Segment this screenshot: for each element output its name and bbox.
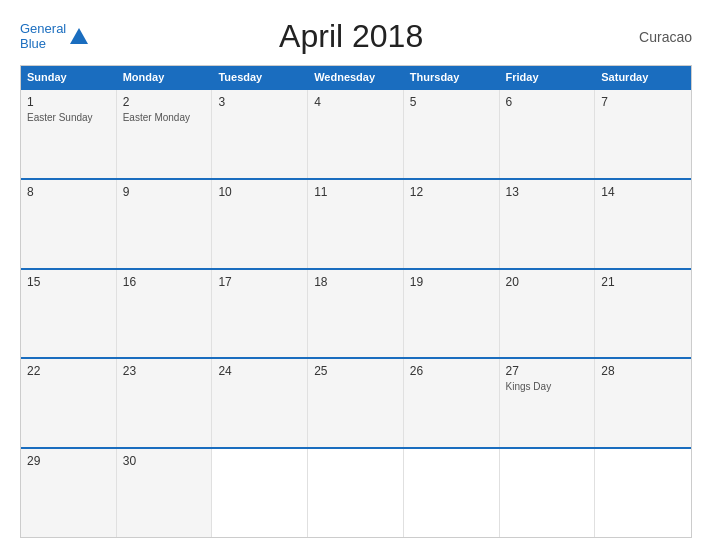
day-number: 26: [410, 364, 493, 378]
day-number: 18: [314, 275, 397, 289]
cell-w2-d0: 8: [21, 180, 117, 268]
day-number: 21: [601, 275, 685, 289]
svg-marker-0: [70, 28, 88, 44]
header-monday: Monday: [117, 66, 213, 88]
day-number: 19: [410, 275, 493, 289]
cell-w4-d5: 27Kings Day: [500, 359, 596, 447]
holiday-label: Easter Monday: [123, 111, 206, 124]
header-wednesday: Wednesday: [308, 66, 404, 88]
week-5: 2930: [21, 447, 691, 537]
day-number: 9: [123, 185, 206, 199]
cell-w5-d3: [308, 449, 404, 537]
cell-w1-d0: 1Easter Sunday: [21, 90, 117, 178]
cell-w4-d2: 24: [212, 359, 308, 447]
calendar-body: 1Easter Sunday2Easter Monday345678910111…: [21, 88, 691, 537]
cell-w4-d3: 25: [308, 359, 404, 447]
cell-w4-d0: 22: [21, 359, 117, 447]
header-thursday: Thursday: [404, 66, 500, 88]
day-number: 13: [506, 185, 589, 199]
day-number: 28: [601, 364, 685, 378]
day-number: 25: [314, 364, 397, 378]
calendar-header: Sunday Monday Tuesday Wednesday Thursday…: [21, 66, 691, 88]
cell-w4-d1: 23: [117, 359, 213, 447]
cell-w3-d6: 21: [595, 270, 691, 358]
day-number: 27: [506, 364, 589, 378]
day-number: 17: [218, 275, 301, 289]
logo-icon: [68, 26, 90, 48]
day-number: 4: [314, 95, 397, 109]
day-number: 2: [123, 95, 206, 109]
calendar-grid: Sunday Monday Tuesday Wednesday Thursday…: [20, 65, 692, 538]
cell-w4-d6: 28: [595, 359, 691, 447]
day-number: 22: [27, 364, 110, 378]
cell-w5-d0: 29: [21, 449, 117, 537]
day-number: 14: [601, 185, 685, 199]
week-2: 891011121314: [21, 178, 691, 268]
week-4: 222324252627Kings Day28: [21, 357, 691, 447]
day-number: 8: [27, 185, 110, 199]
cell-w3-d1: 16: [117, 270, 213, 358]
cell-w1-d3: 4: [308, 90, 404, 178]
cell-w3-d3: 18: [308, 270, 404, 358]
cell-w3-d4: 19: [404, 270, 500, 358]
day-number: 16: [123, 275, 206, 289]
cell-w3-d0: 15: [21, 270, 117, 358]
cell-w2-d3: 11: [308, 180, 404, 268]
header-friday: Friday: [500, 66, 596, 88]
cell-w5-d1: 30: [117, 449, 213, 537]
calendar-title: April 2018: [90, 18, 612, 55]
holiday-label: Kings Day: [506, 380, 589, 393]
cell-w2-d4: 12: [404, 180, 500, 268]
cell-w3-d2: 17: [212, 270, 308, 358]
header-saturday: Saturday: [595, 66, 691, 88]
day-number: 30: [123, 454, 206, 468]
cell-w2-d2: 10: [212, 180, 308, 268]
cell-w1-d2: 3: [212, 90, 308, 178]
week-1: 1Easter Sunday2Easter Monday34567: [21, 88, 691, 178]
header: General Blue April 2018 Curacao: [20, 18, 692, 55]
cell-w1-d1: 2Easter Monday: [117, 90, 213, 178]
day-number: 5: [410, 95, 493, 109]
cell-w2-d5: 13: [500, 180, 596, 268]
cell-w4-d4: 26: [404, 359, 500, 447]
day-number: 10: [218, 185, 301, 199]
day-number: 29: [27, 454, 110, 468]
logo-general: General: [20, 21, 66, 36]
cell-w1-d4: 5: [404, 90, 500, 178]
day-number: 12: [410, 185, 493, 199]
day-number: 1: [27, 95, 110, 109]
country-label: Curacao: [612, 29, 692, 45]
header-tuesday: Tuesday: [212, 66, 308, 88]
day-number: 15: [27, 275, 110, 289]
cell-w2-d6: 14: [595, 180, 691, 268]
cell-w2-d1: 9: [117, 180, 213, 268]
logo-blue: Blue: [20, 36, 46, 51]
day-number: 6: [506, 95, 589, 109]
day-number: 3: [218, 95, 301, 109]
cell-w5-d2: [212, 449, 308, 537]
holiday-label: Easter Sunday: [27, 111, 110, 124]
day-number: 11: [314, 185, 397, 199]
calendar-page: General Blue April 2018 Curacao Sunday M…: [0, 0, 712, 550]
cell-w3-d5: 20: [500, 270, 596, 358]
cell-w1-d6: 7: [595, 90, 691, 178]
day-number: 7: [601, 95, 685, 109]
header-sunday: Sunday: [21, 66, 117, 88]
day-number: 24: [218, 364, 301, 378]
logo-text: General Blue: [20, 22, 66, 51]
cell-w1-d5: 6: [500, 90, 596, 178]
day-number: 23: [123, 364, 206, 378]
logo: General Blue: [20, 22, 90, 51]
week-3: 15161718192021: [21, 268, 691, 358]
day-number: 20: [506, 275, 589, 289]
cell-w5-d6: [595, 449, 691, 537]
cell-w5-d5: [500, 449, 596, 537]
cell-w5-d4: [404, 449, 500, 537]
